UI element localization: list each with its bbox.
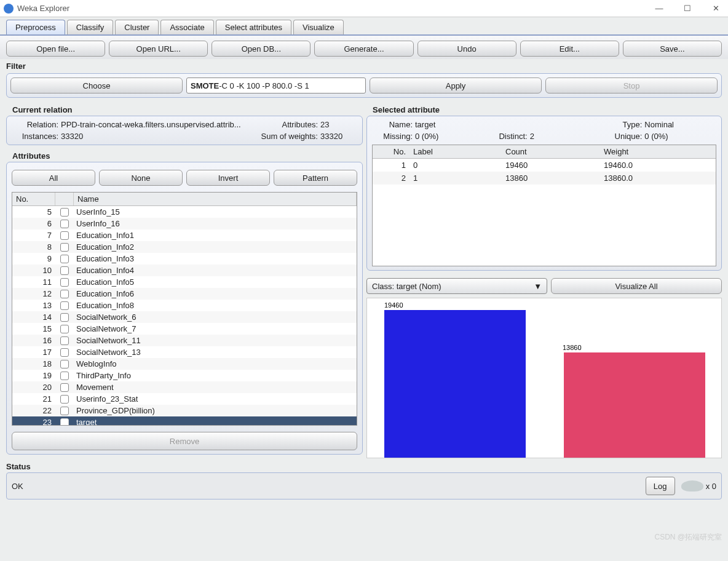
choose-filter-button[interactable]: Choose — [10, 78, 183, 94]
sa-unique-value: 0 (0%) — [644, 132, 716, 141]
sa-name-value: target — [415, 120, 487, 129]
edit-button[interactable]: Edit... — [520, 41, 619, 57]
histogram-bar-label: 19460 — [384, 301, 403, 309]
pattern-button[interactable]: Pattern — [274, 170, 357, 186]
status-counter: x 0 — [706, 482, 716, 491]
tab-visualize[interactable]: Visualize — [293, 20, 344, 34]
select-none-button[interactable]: None — [99, 170, 183, 186]
attribute-checkbox[interactable] — [55, 383, 74, 392]
filter-text[interactable]: SMOTE -C 0 -K 100 -P 800.0 -S 1 — [186, 78, 366, 94]
attribute-row[interactable]: 16 SocialNetwork_11 — [12, 335, 357, 346]
attribute-row[interactable]: 6 UserInfo_16 — [12, 218, 357, 229]
value-row[interactable]: 101946019460.0 — [373, 159, 716, 172]
status-box: OK Log x 0 — [6, 472, 722, 499]
sum-weights-label: Sum of weights: — [253, 132, 320, 141]
stop-filter-button[interactable]: Stop — [545, 78, 718, 94]
open-db-button[interactable]: Open DB... — [212, 41, 311, 57]
attribute-checkbox[interactable] — [55, 208, 74, 217]
tab-cluster[interactable]: Cluster — [115, 20, 159, 34]
window-title: Weka Explorer — [17, 4, 651, 13]
sa-type-value: Nominal — [644, 120, 716, 129]
invert-selection-button[interactable]: Invert — [186, 170, 270, 186]
attribute-row[interactable]: 23 target — [12, 416, 357, 425]
weka-bird-icon — [681, 480, 703, 491]
selected-attribute-label: Selected attribute — [366, 103, 722, 116]
attribute-checkbox[interactable] — [55, 301, 74, 310]
attribute-row[interactable]: 15 SocialNetwork_7 — [12, 323, 357, 335]
select-all-button[interactable]: All — [12, 170, 95, 186]
attribute-row[interactable]: 14 SocialNetwork_6 — [12, 311, 357, 323]
attribute-row[interactable]: 9 Education_Info3 — [12, 253, 357, 265]
attribute-checkbox[interactable] — [55, 255, 74, 263]
tab-classify[interactable]: Classify — [67, 20, 114, 34]
attribute-checkbox[interactable] — [55, 360, 74, 368]
remove-attribute-button[interactable]: Remove — [12, 432, 357, 450]
save-button[interactable]: Save... — [623, 41, 722, 57]
attribute-checkbox[interactable] — [55, 325, 74, 333]
tab-select-attributes[interactable]: Select attributes — [216, 20, 291, 34]
attribute-row[interactable]: 5 UserInfo_15 — [12, 206, 357, 218]
filter-name: SMOTE — [191, 81, 219, 90]
attribute-row[interactable]: 17 SocialNetwork_13 — [12, 346, 357, 358]
status-text: OK — [12, 482, 23, 491]
attribute-checkbox[interactable] — [55, 278, 74, 287]
weka-logo-icon — [4, 4, 14, 14]
attribute-row[interactable]: 18 WeblogInfo — [12, 358, 357, 370]
attribute-row[interactable]: 13 Education_Info8 — [12, 300, 357, 311]
current-relation-panel: Relation: PPD-train-concat-weka.filters.… — [6, 116, 363, 145]
histogram-chart[interactable]: 1946013860 — [366, 298, 722, 458]
attributes-count-label: Attributes: — [253, 120, 320, 129]
attribute-checkbox[interactable] — [55, 231, 74, 240]
value-row[interactable]: 211386013860.0 — [373, 172, 716, 185]
generate-button[interactable]: Generate... — [314, 41, 413, 57]
close-button[interactable]: ✕ — [707, 4, 724, 13]
class-selector[interactable]: Class: target (Nom) ▼ — [366, 278, 547, 294]
attributes-list[interactable]: 5 UserInfo_156 UserInfo_167 Education_In… — [12, 206, 357, 425]
sa-missing-label: Missing: — [372, 132, 415, 141]
attribute-row[interactable]: 8 Education_Info2 — [12, 241, 357, 253]
current-relation-label: Current relation — [6, 103, 363, 116]
filter-section-label: Filter — [0, 59, 728, 72]
histogram-bar — [564, 352, 705, 458]
log-button[interactable]: Log — [646, 477, 675, 495]
tab-associate[interactable]: Associate — [160, 20, 213, 34]
attribute-checkbox[interactable] — [55, 336, 74, 345]
undo-button[interactable]: Undo — [417, 41, 516, 57]
attribute-row[interactable]: 10 Education_Info4 — [12, 265, 357, 276]
attribute-checkbox[interactable] — [55, 407, 74, 415]
attribute-row[interactable]: 20 Movement — [12, 381, 357, 393]
attribute-row[interactable]: 21 Userinfo_23_Stat — [12, 393, 357, 405]
attribute-checkbox[interactable] — [55, 313, 74, 322]
attribute-checkbox[interactable] — [55, 372, 74, 380]
attribute-checkbox[interactable] — [55, 395, 74, 404]
visualize-all-button[interactable]: Visualize All — [551, 278, 722, 294]
attribute-checkbox[interactable] — [55, 418, 74, 426]
sa-unique-label: Unique: — [601, 132, 644, 141]
attribute-row[interactable]: 19 ThirdParty_Info — [12, 370, 357, 381]
attribute-checkbox[interactable] — [55, 290, 74, 298]
sa-type-label: Type: — [601, 120, 644, 129]
open-url-button[interactable]: Open URL... — [109, 41, 208, 57]
value-distribution-table: No. Label Count Weight 101946019460.0211… — [372, 145, 716, 266]
attribute-checkbox[interactable] — [55, 266, 74, 275]
filter-row: Choose SMOTE -C 0 -K 100 -P 800.0 -S 1 A… — [6, 73, 722, 98]
instances-label: Instances: — [12, 132, 61, 141]
attr-header-name: Name — [74, 193, 357, 205]
attribute-checkbox[interactable] — [55, 243, 74, 252]
open-file-button[interactable]: Open file... — [6, 41, 105, 57]
attribute-row[interactable]: 7 Education_Info1 — [12, 229, 357, 241]
relation-label: Relation: — [12, 120, 61, 129]
attribute-row[interactable]: 12 Education_Info6 — [12, 288, 357, 300]
vhdr-weight: Weight — [600, 145, 716, 158]
attribute-checkbox[interactable] — [55, 220, 74, 228]
attributes-table: No. Name 5 UserInfo_156 UserInfo_167 Edu… — [12, 192, 357, 426]
maximize-button[interactable]: ☐ — [679, 4, 696, 13]
apply-filter-button[interactable]: Apply — [370, 78, 542, 94]
class-selector-value: Class: target (Nom) — [372, 282, 441, 291]
tab-preprocess[interactable]: Preprocess — [6, 20, 65, 34]
minimize-button[interactable]: — — [651, 4, 668, 13]
attribute-checkbox[interactable] — [55, 348, 74, 357]
attribute-row[interactable]: 22 Province_GDP(billion) — [12, 405, 357, 416]
sa-missing-value: 0 (0%) — [415, 132, 487, 141]
attribute-row[interactable]: 11 Education_Info5 — [12, 276, 357, 288]
